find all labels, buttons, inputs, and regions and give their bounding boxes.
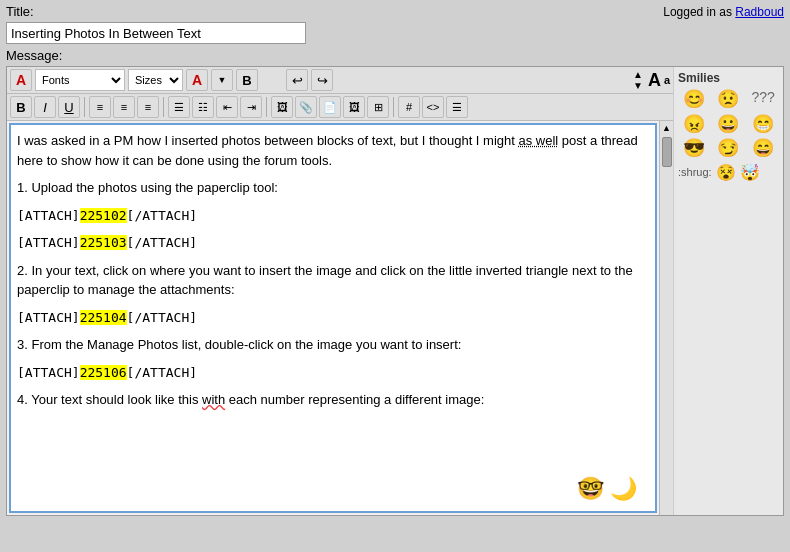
smiley-6[interactable]: 😁 <box>747 114 779 136</box>
fonts-select[interactable]: Fonts <box>35 69 125 91</box>
underline-button[interactable]: U <box>58 96 80 118</box>
scroll-up-icon[interactable]: ▲ <box>633 69 643 80</box>
undo-button[interactable]: ↩ <box>286 69 308 91</box>
font-color-button[interactable]: A <box>186 69 208 91</box>
italic-button[interactable]: I <box>34 96 56 118</box>
smiley-7[interactable]: 😎 <box>678 138 710 160</box>
smilies-panel: Smilies 😊 😟 ??? 😠 😀 😁 😎 😏 😄 :shrug: 😵 🤯 <box>673 67 783 515</box>
smiley-3[interactable]: ??? <box>747 89 779 111</box>
smiley-5[interactable]: 😀 <box>713 114 745 136</box>
editor-content-area[interactable]: I was asked in a PM how I inserted photo… <box>9 123 657 513</box>
unordered-list-button[interactable]: ☰ <box>168 96 190 118</box>
ordered-list-button[interactable]: ☷ <box>192 96 214 118</box>
shrug-smiley2[interactable]: 🤯 <box>740 163 760 182</box>
shrug-label: :shrug: <box>678 166 712 178</box>
smilies-grid: 😊 😟 ??? 😠 😀 😁 😎 😏 😄 <box>678 89 779 160</box>
smilies-title: Smilies <box>678 71 779 85</box>
separator4 <box>266 97 267 117</box>
photo-button[interactable]: 🖼 <box>343 96 365 118</box>
nerd-smiley[interactable]: 🤓 <box>577 472 604 505</box>
scrollbar-up[interactable]: ▲ <box>662 123 671 133</box>
title-label: Title: <box>6 4 34 19</box>
smiley-4[interactable]: 😠 <box>678 114 710 136</box>
smiley-2[interactable]: 😟 <box>713 89 745 111</box>
redo-button[interactable]: ↪ <box>311 69 333 91</box>
smiley-9[interactable]: 😄 <box>747 138 779 160</box>
separator2 <box>84 97 85 117</box>
special-button[interactable]: ☰ <box>446 96 468 118</box>
scroll-down-icon[interactable]: ▼ <box>633 80 643 91</box>
smiley-1[interactable]: 😊 <box>678 89 710 111</box>
logged-in-info: Logged in as Radboud <box>663 5 784 19</box>
attach-button[interactable]: 📄 <box>319 96 341 118</box>
shrug-row: :shrug: 😵 🤯 <box>678 163 779 182</box>
outdent-button[interactable]: ⇤ <box>216 96 238 118</box>
moon-smiley[interactable]: 🌙 <box>610 472 637 505</box>
large-A-icon: A <box>648 70 661 91</box>
separator1 <box>261 69 283 91</box>
content-text: I was asked in a PM how I inserted photo… <box>17 131 649 410</box>
sizes-select[interactable]: Sizes <box>128 69 183 91</box>
shrug-smiley[interactable]: 😵 <box>716 163 736 182</box>
align-center-button[interactable]: ≡ <box>113 96 135 118</box>
media-button[interactable]: 📎 <box>295 96 317 118</box>
align-left-button[interactable]: ≡ <box>89 96 111 118</box>
hash-button[interactable]: # <box>398 96 420 118</box>
font-color-arrow[interactable]: ▼ <box>211 69 233 91</box>
title-input[interactable] <box>6 22 306 44</box>
username-link[interactable]: Radboud <box>735 5 784 19</box>
separator3 <box>163 97 164 117</box>
bold-button2[interactable]: B <box>10 96 32 118</box>
small-a-icon: a <box>664 74 670 86</box>
align-right-button[interactable]: ≡ <box>137 96 159 118</box>
separator5 <box>393 97 394 117</box>
image-insert-button[interactable]: 🖼 <box>271 96 293 118</box>
bold-button[interactable]: B <box>236 69 258 91</box>
code-button[interactable]: <> <box>422 96 444 118</box>
scrollbar-thumb[interactable] <box>662 137 672 167</box>
smiley-8[interactable]: 😏 <box>713 138 745 160</box>
message-label: Message: <box>6 48 784 63</box>
indent-button[interactable]: ⇥ <box>240 96 262 118</box>
font-icon-btn[interactable]: A <box>10 69 32 91</box>
table-button[interactable]: ⊞ <box>367 96 389 118</box>
